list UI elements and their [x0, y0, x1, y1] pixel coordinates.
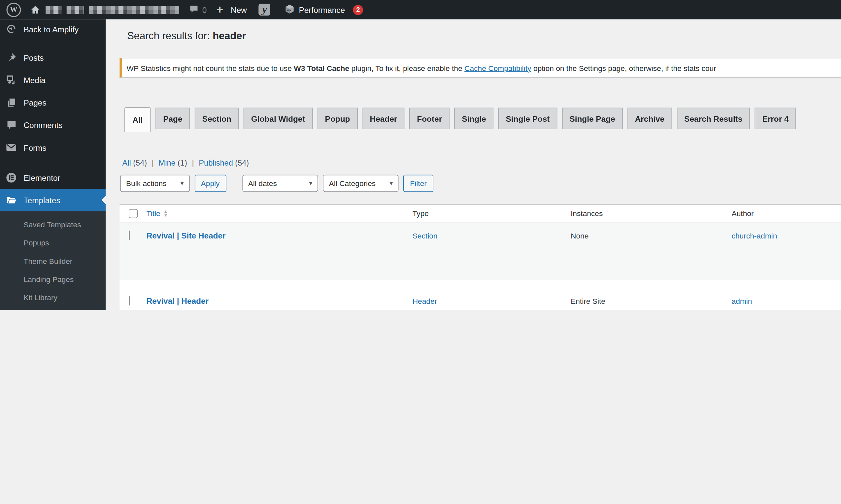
submenu-item-popups[interactable]: Popups	[0, 234, 106, 252]
tab-archive[interactable]: Archive	[628, 108, 672, 129]
submenu-item-landing-pages[interactable]: Landing Pages	[0, 270, 106, 288]
performance-menu[interactable]: W3 Performance 2	[284, 4, 363, 16]
pushpin-icon	[6, 52, 17, 63]
filter-button[interactable]: Filter	[404, 175, 433, 192]
cache-compatibility-link[interactable]: Cache Compatibility	[465, 64, 531, 72]
row-checkbox[interactable]	[129, 231, 130, 240]
new-label: New	[231, 5, 247, 14]
column-type: Type	[413, 205, 571, 222]
sidebar-item-comments[interactable]: Comments	[0, 114, 106, 136]
wordpress-admin: W 0 New y W3 Performance 2	[0, 0, 841, 310]
wordpress-logo-icon[interactable]: W	[6, 2, 21, 17]
categories-select[interactable]: All Categories	[323, 175, 399, 192]
bulk-actions-select[interactable]: Bulk actions	[120, 175, 190, 192]
template-title-link[interactable]: Revival | Header	[146, 296, 209, 306]
template-type-tabs: All Page Section Global Widget Popup Hea…	[124, 107, 841, 132]
home-icon[interactable]	[31, 5, 40, 15]
tab-single-page[interactable]: Single Page	[562, 108, 623, 129]
sidebar-item-label: Back to Amplify	[24, 24, 79, 34]
sidebar-item-label: Elementor	[24, 173, 60, 182]
filter-bar: Bulk actions Apply All dates All Categor…	[120, 175, 433, 192]
performance-badge: 2	[353, 5, 363, 15]
sidebar-item-label: Posts	[24, 53, 44, 62]
elementor-icon	[6, 172, 17, 183]
view-published-link[interactable]: Published	[199, 159, 233, 167]
site-name-redacted[interactable]	[46, 6, 179, 14]
comments-icon	[6, 120, 17, 130]
author-link[interactable]: church-admin	[732, 232, 777, 240]
template-title-link[interactable]: Revival | Site Header	[146, 231, 226, 240]
tab-page[interactable]: Page	[156, 108, 190, 129]
back-arrow-circle-icon	[6, 24, 17, 35]
sidebar-item-label: Forms	[24, 143, 47, 152]
tab-single-post[interactable]: Single Post	[498, 108, 557, 129]
envelope-icon	[6, 142, 17, 153]
column-author: Author	[732, 205, 841, 222]
comments-count: 0	[202, 5, 207, 14]
performance-label: Performance	[299, 5, 345, 14]
select-all-checkbox[interactable]	[129, 209, 138, 218]
templates-table: Title ▲▼ Type Instances Author Revival |…	[120, 204, 841, 310]
sidebar-item-pages[interactable]: Pages	[0, 91, 106, 113]
apply-button[interactable]: Apply	[194, 175, 226, 192]
submenu-item-add-new[interactable]: Add New	[0, 307, 106, 310]
sort-arrows-icon: ▲▼	[164, 210, 168, 217]
pages-icon	[6, 97, 17, 108]
comment-bubble-icon	[190, 4, 199, 15]
submenu-item-saved-templates[interactable]: Saved Templates	[0, 215, 106, 234]
type-link[interactable]: Section	[413, 232, 438, 240]
instances-value: None	[571, 222, 732, 281]
admin-bar: W 0 New y W3 Performance 2	[0, 0, 841, 19]
svg-text:W3: W3	[287, 9, 292, 12]
sidebar-item-label: Comments	[24, 120, 63, 130]
instances-value: Entire Site	[571, 281, 732, 310]
yoast-adminbar-icon[interactable]: y	[259, 4, 271, 16]
sidebar-item-label: Templates	[24, 195, 60, 204]
main-content: Search results for: header WP Statistics…	[106, 19, 841, 310]
tab-header[interactable]: Header	[363, 108, 405, 129]
admin-sidebar: Back to Amplify Posts Media Pages	[0, 19, 106, 310]
tab-error-404[interactable]: Error 4	[755, 108, 796, 129]
page-title: Search results for: header	[127, 30, 246, 42]
tab-global-widget[interactable]: Global Widget	[244, 108, 313, 129]
submenu-item-kit-library[interactable]: Kit Library	[0, 288, 106, 306]
table-row: Revival | Site Header Section None churc…	[120, 222, 841, 281]
w3-cube-icon: W3	[284, 4, 295, 16]
tab-popup[interactable]: Popup	[317, 108, 357, 129]
sidebar-item-forms[interactable]: Forms	[0, 136, 106, 159]
row-checkbox[interactable]	[129, 296, 130, 305]
warning-notice: WP Statistics might not count the stats …	[120, 58, 841, 78]
sidebar-item-posts[interactable]: Posts	[0, 46, 106, 69]
admin-bar-comments[interactable]: 0	[190, 4, 207, 15]
media-icon	[6, 74, 17, 86]
sidebar-item-elementor[interactable]: Elementor	[0, 166, 106, 189]
dates-select[interactable]: All dates	[242, 175, 318, 192]
search-query: header	[213, 30, 246, 41]
view-all-link[interactable]: All	[122, 159, 131, 167]
column-title-sort[interactable]: Title ▲▼	[146, 209, 168, 218]
sidebar-item-label: Pages	[24, 98, 47, 107]
column-instances: Instances	[571, 205, 732, 222]
tab-search-results[interactable]: Search Results	[677, 108, 750, 129]
submenu-item-theme-builder[interactable]: Theme Builder	[0, 252, 106, 270]
folder-icon	[6, 195, 17, 205]
tab-single[interactable]: Single	[455, 108, 494, 129]
templates-submenu: Saved Templates Popups Theme Builder Lan…	[0, 211, 106, 310]
view-mine-link[interactable]: Mine	[159, 159, 176, 167]
table-header-row: Title ▲▼ Type Instances Author	[120, 204, 841, 222]
table-row: Revival | Header Edit|Quick Edit|Trash|V…	[120, 281, 841, 310]
sidebar-item-templates[interactable]: Templates	[0, 189, 106, 211]
tab-all[interactable]: All	[124, 107, 151, 132]
sidebar-item-media[interactable]: Media	[0, 69, 106, 91]
author-link[interactable]: admin	[732, 297, 752, 305]
sidebar-item-label: Media	[24, 75, 46, 85]
sidebar-item-back-to-amplify[interactable]: Back to Amplify	[0, 19, 106, 39]
tab-footer[interactable]: Footer	[409, 108, 450, 129]
list-views: All(54) | Mine(1) | Published(54)	[122, 159, 249, 167]
tab-section[interactable]: Section	[195, 108, 239, 129]
type-link[interactable]: Header	[413, 297, 437, 305]
new-button[interactable]: New	[216, 4, 247, 16]
